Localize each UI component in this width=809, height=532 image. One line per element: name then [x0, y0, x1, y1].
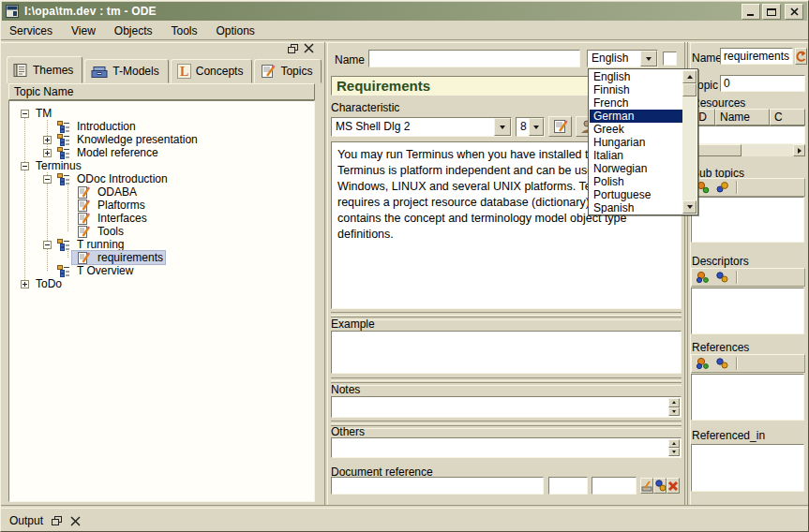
topic-tree[interactable]: TMIntroductionKnowledge presentationMode… [8, 100, 315, 502]
details-name-input[interactable] [720, 48, 793, 65]
dock-float-icon[interactable] [288, 44, 298, 53]
close-button[interactable] [785, 4, 803, 20]
notes-input[interactable] [331, 396, 682, 418]
scroll-up-arrow-icon[interactable] [682, 70, 697, 83]
language-option-polish[interactable]: Polish [590, 175, 682, 188]
dropdown-scrollbar[interactable] [682, 70, 697, 214]
tree-item-odaba[interactable]: ODABA [9, 185, 314, 199]
tree-item-introduction[interactable]: Introduction [9, 120, 314, 133]
tree-item-t-running[interactable]: T running [9, 238, 314, 251]
assign-link-button[interactable] [713, 180, 730, 195]
tree-item-t-overview[interactable]: T Overview [9, 264, 314, 277]
collapse-icon[interactable] [21, 110, 29, 118]
tree-item-tm[interactable]: TM [9, 107, 314, 120]
others-spinner[interactable] [668, 439, 680, 456]
references-list[interactable] [691, 374, 804, 421]
scroll-thumb[interactable] [682, 83, 697, 96]
example-textarea[interactable] [331, 331, 682, 374]
output-float-icon[interactable] [52, 516, 62, 525]
tree-item-model-reference[interactable]: Model reference [9, 146, 314, 159]
language-option-portuguese[interactable]: Portuguese [590, 188, 682, 201]
others-input[interactable] [331, 437, 682, 458]
left-splitter[interactable] [324, 42, 328, 505]
tree-item-requirements[interactable]: requirements [9, 251, 314, 264]
menu-item-services[interactable]: Services [9, 24, 52, 37]
docref-link-button[interactable] [653, 478, 667, 494]
language-combo[interactable]: English [587, 50, 658, 67]
add-link-button[interactable] [694, 356, 711, 371]
resources-table[interactable]: ID Name C [691, 109, 805, 157]
language-dropdown[interactable]: EnglishFinnishFrenchGermanGreekHungarian… [588, 68, 698, 215]
tree-item-todo[interactable]: ToDo [9, 277, 314, 290]
language-option-norwegian[interactable]: Norwegian [590, 162, 682, 175]
tab-themes[interactable]: Themes [7, 56, 82, 83]
add-link-button[interactable] [694, 270, 711, 285]
font-combo[interactable]: MS Shell Dlg 2 [331, 117, 512, 137]
expand-icon[interactable] [43, 136, 52, 144]
details-name-undo-button[interactable] [795, 48, 807, 65]
title-bar[interactable]: l:\opa\tm.dev : tm - ODE [2, 2, 807, 21]
docref-delete-button[interactable] [667, 478, 680, 494]
resources-table-body[interactable] [691, 126, 805, 144]
bottom-splitter[interactable] [1, 505, 809, 509]
tree-item-plaftorms[interactable]: Plaftorms [9, 199, 314, 212]
assign-link-button[interactable] [713, 270, 730, 285]
font-size-combo[interactable]: 8 [516, 117, 545, 137]
name-input[interactable] [368, 50, 580, 67]
docref-input-3[interactable] [592, 477, 637, 495]
scroll-down-arrow-icon[interactable] [682, 200, 697, 214]
edit-text-button[interactable] [548, 116, 572, 137]
collapse-icon[interactable] [21, 162, 29, 170]
tree-item-tools[interactable]: Tools [9, 225, 314, 238]
font-combo-arrow-icon[interactable] [494, 118, 511, 136]
tree-item-terminus[interactable]: Terminus [9, 159, 314, 172]
expand-icon[interactable] [21, 280, 29, 288]
docref-edit-button[interactable] [640, 478, 653, 494]
descriptors-list[interactable] [691, 288, 804, 334]
language-option-finnish[interactable]: Finnish [590, 83, 682, 96]
font-size-arrow-icon[interactable] [529, 118, 544, 136]
language-option-italian[interactable]: Italian [590, 149, 682, 162]
language-option-spanish[interactable]: Spanish [590, 201, 682, 214]
tree-item-odoc-introduction[interactable]: ODoc Introduction [9, 172, 314, 185]
resources-col-name[interactable]: Name [715, 109, 770, 126]
splitter-handle[interactable] [331, 312, 682, 320]
details-topic-input[interactable] [720, 75, 805, 92]
collapse-icon[interactable] [43, 175, 52, 184]
collapse-icon[interactable] [43, 241, 52, 249]
tab-t-models[interactable]: T-Models [84, 59, 168, 83]
expand-icon[interactable] [43, 149, 52, 157]
menu-item-tools[interactable]: Tools [172, 24, 198, 37]
hscroll-thumb[interactable] [691, 144, 742, 156]
tree-column-header[interactable]: Topic Name [8, 83, 315, 100]
tree-item-interfaces[interactable]: Interfaces [9, 212, 314, 225]
menu-item-objects[interactable]: Objects [114, 24, 153, 37]
language-option-english[interactable]: English [590, 70, 682, 83]
sub-topics-list[interactable] [691, 197, 804, 243]
docref-input-2[interactable] [548, 477, 588, 495]
menu-item-view[interactable]: View [71, 24, 96, 37]
language-option-hungarian[interactable]: Hungarian [590, 136, 682, 149]
maximize-button[interactable] [762, 4, 781, 20]
hscroll-right-arrow-icon[interactable] [793, 144, 805, 156]
referenced-in-list[interactable] [691, 444, 804, 492]
language-option-german[interactable]: German [590, 110, 682, 123]
notes-spinner[interactable] [668, 398, 680, 416]
menu-item-options[interactable]: Options [217, 24, 255, 37]
dock-close-icon[interactable] [304, 43, 314, 53]
language-combo-arrow-icon[interactable] [640, 51, 657, 66]
tree-item-knowledge-presentation[interactable]: Knowledge presentation [9, 133, 314, 146]
language-checkbox[interactable] [663, 52, 677, 66]
assign-link-button[interactable] [713, 356, 730, 371]
language-option-greek[interactable]: Greek [590, 123, 682, 136]
resources-hscrollbar[interactable] [691, 144, 805, 156]
tab-topics[interactable]: Topics [254, 59, 322, 83]
minimize-button[interactable] [742, 4, 760, 20]
splitter-handle[interactable] [331, 421, 682, 429]
docref-input[interactable] [331, 477, 544, 495]
tab-concepts[interactable]: LConcepts [171, 59, 253, 83]
resources-col-c[interactable]: C [770, 109, 805, 126]
splitter-handle[interactable] [331, 377, 682, 386]
output-close-icon[interactable] [70, 516, 81, 526]
language-option-french[interactable]: French [590, 96, 682, 110]
